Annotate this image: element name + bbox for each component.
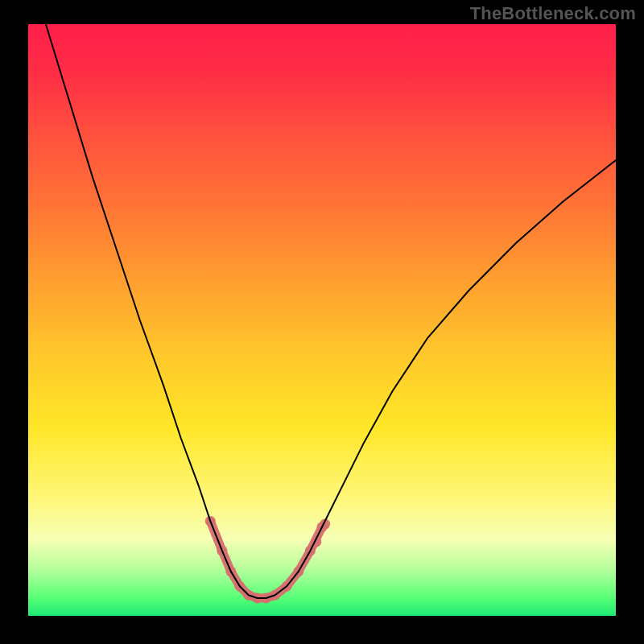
watermark-label: TheBottleneck.com <box>470 3 636 24</box>
curve-svg <box>28 24 616 616</box>
bottleneck-curve-line <box>46 24 616 598</box>
chart-stage: TheBottleneck.com <box>0 0 644 644</box>
plot-area <box>28 24 616 616</box>
